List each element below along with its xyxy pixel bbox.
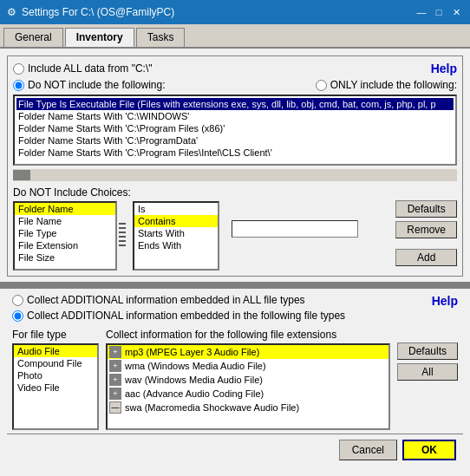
operator-list[interactable]: Is Contains Starts With Ends With [133,201,219,271]
extensions-list[interactable]: + mp3 (MPEG Layer 3 Audio File) + wma (W… [106,343,390,430]
extensions-label: Collect information for the following fi… [106,329,390,341]
scrollbar-thumb[interactable] [13,170,30,180]
choices-label: Do NOT Include Choices: [13,186,358,199]
type-list[interactable]: Folder Name File Name File Type File Ext… [13,201,117,271]
tab-inventory[interactable]: Inventory [65,28,134,47]
type-item-ext[interactable]: File Extension [15,239,115,251]
list-item[interactable]: File Type Is Executable File (Files with… [16,98,454,110]
radio-not-label: Do NOT include the following: [28,79,166,91]
bottom-help-link[interactable]: Help [432,294,458,308]
ext-swa[interactable]: — swa (Macromedia Shockwave Audio File) [108,401,388,414]
value-input-wrapper [232,201,358,271]
filetype-compound[interactable]: Compound File [14,357,97,369]
radio-not-only-row: Do NOT include the following: ONLY inclu… [13,79,457,91]
cancel-button[interactable]: Cancel [339,440,397,460]
ext-aac-desc: (Advance Audio Coding File) [143,388,264,399]
op-contains[interactable]: Contains [134,215,218,227]
bottom-top-row: Collect ADDITIONAL information embedded … [12,294,458,325]
radio-only-group: ONLY include the following: [316,79,457,91]
window-title: Settings For C:\ (OS@FamilyPC) [22,6,174,18]
bottom-radios: Collect ADDITIONAL information embedded … [12,294,432,325]
ext-wma[interactable]: + wma (Windows Media Audio File) [108,359,388,373]
maximize-button[interactable]: □ [432,5,446,19]
ext-wma-desc: (Windows Media Audio File) [147,361,265,371]
settings-icon: ⚙ [7,6,16,18]
list-item[interactable]: Folder Name Starts With 'C:\Program File… [16,147,454,159]
filetype-audio[interactable]: Audio File [14,345,97,357]
radio-all-embedded-label: Collect ADDITIONAL information embedded … [27,294,305,306]
ext-wav-name: wav [125,375,142,385]
type-item-size[interactable]: File Size [15,251,115,264]
extension-buttons: Defaults All [397,329,458,430]
radio-only-label: ONLY include the following: [330,79,457,91]
list-item[interactable]: Folder Name Starts With 'C:\ProgramData' [16,134,454,147]
radio-following-embedded[interactable] [12,310,23,322]
radio-all-embedded-row: Collect ADDITIONAL information embedded … [12,294,432,306]
horizontal-scrollbar[interactable] [13,169,457,181]
operator-list-wrapper: Is Contains Starts With Ends With [133,201,219,271]
radio-not[interactable] [13,80,24,91]
ext-icon-mp3: + [109,346,121,358]
title-bar: ⚙ Settings For C:\ (OS@FamilyPC) — □ ✕ [0,0,470,24]
add-button[interactable]: Add [395,249,457,266]
radio-following-embedded-row: Collect ADDITIONAL information embedded … [12,310,432,322]
ext-all-button[interactable]: All [397,363,458,381]
type-item-folder[interactable]: Folder Name [15,203,115,215]
op-ends[interactable]: Ends With [134,239,218,251]
list-item[interactable]: Folder Name Starts With 'C:\Program File… [16,122,454,134]
choices-buttons: Defaults Remove Add [395,186,457,266]
radio-not-group: Do NOT include the following: [13,79,166,91]
op-is[interactable]: Is [134,203,218,215]
file-type-label: For file type [12,329,99,341]
bottom-lists: For file type Audio File Compound File P… [12,329,458,430]
tab-bar: General Inventory Tasks [0,24,470,49]
ext-wav[interactable]: + wav (Windows Media Audio File) [108,373,388,387]
list-item[interactable]: Folder Name Starts With 'C:\WINDOWS' [16,110,454,122]
ext-swa-name: swa [125,402,142,413]
ext-wma-name: wma [125,361,145,371]
type-list-wrapper: Folder Name File Name File Type File Ext… [13,201,117,271]
section-separator [0,282,470,289]
bottom-section: Collect ADDITIONAL information embedded … [7,289,463,430]
close-button[interactable]: ✕ [449,5,463,19]
filetype-video[interactable]: Video File [14,381,97,394]
ok-button[interactable]: OK [402,440,456,460]
ext-mp3[interactable]: + mp3 (MPEG Layer 3 Audio File) [108,345,388,359]
title-bar-title: ⚙ Settings For C:\ (OS@FamilyPC) [7,6,174,18]
footer: Cancel OK [7,434,463,466]
file-type-list[interactable]: Audio File Compound File Photo Video Fil… [12,343,99,430]
ext-mp3-desc: (MPEG Layer 3 Audio File) [146,347,259,357]
radio-all[interactable] [13,63,24,75]
type-item-file[interactable]: File Name [15,215,115,227]
top-section: Include ALL data from "C:\" Help Do NOT … [7,55,463,277]
ext-aac[interactable]: + aac (Advance Audio Coding File) [108,387,388,401]
minimize-button[interactable]: — [415,5,428,19]
extensions-area: Collect information for the following fi… [106,329,390,430]
ext-mp3-name: mp3 [125,347,143,357]
radio-all-embedded[interactable] [12,295,23,306]
drag-handle[interactable] [119,223,126,249]
choices-lists: Folder Name File Name File Type File Ext… [13,201,358,271]
ext-icon-wma: + [109,360,121,372]
file-type-area: For file type Audio File Compound File P… [12,329,99,430]
ext-defaults-button[interactable]: Defaults [397,342,458,360]
tab-tasks[interactable]: Tasks [136,28,186,47]
type-item-filetype[interactable]: File Type [15,227,115,239]
ext-icon-swa: — [109,401,121,414]
choices-area: Do NOT Include Choices: Folder Name File… [13,186,358,271]
tab-general[interactable]: General [3,28,63,47]
main-content: Include ALL data from "C:\" Help Do NOT … [0,49,470,473]
value-input[interactable] [232,220,358,238]
radio-only[interactable] [316,80,327,91]
remove-button[interactable]: Remove [395,221,457,238]
ext-aac-name: aac [125,388,140,399]
top-help-link[interactable]: Help [431,62,457,75]
ext-icon-wav: + [109,374,121,386]
defaults-button[interactable]: Defaults [395,200,457,218]
ext-wav-desc: (Windows Media Audio File) [145,375,263,385]
op-starts[interactable]: Starts With [134,227,218,239]
radio-all-label: Include ALL data from "C:\" [28,62,152,75]
filetype-photo[interactable]: Photo [14,369,97,381]
exclude-list[interactable]: File Type Is Executable File (Files with… [13,95,457,166]
title-bar-controls: — □ ✕ [415,5,463,19]
